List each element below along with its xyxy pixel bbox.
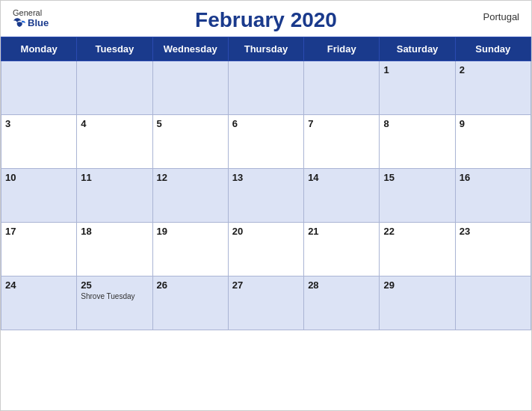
calendar-cell: 9 xyxy=(455,115,531,169)
calendar-week-row-3: 17181920212223 xyxy=(1,223,531,276)
day-number: 26 xyxy=(157,279,224,291)
calendar-title: February 2020 xyxy=(13,8,519,32)
holiday-label: Shrove Tuesday xyxy=(81,292,148,300)
calendar-cell: 22 xyxy=(380,223,455,276)
calendar-cell: 24 xyxy=(1,276,77,330)
day-number: 29 xyxy=(383,279,451,291)
calendar-body: 1234567891011121314151617181920212223242… xyxy=(1,61,531,330)
day-number: 12 xyxy=(157,172,224,183)
day-number: 8 xyxy=(383,118,451,129)
calendar-container: General Blue February 2020 Portugal Mond… xyxy=(0,0,532,411)
day-number: 11 xyxy=(81,172,148,183)
calendar-cell xyxy=(152,61,228,115)
day-number: 9 xyxy=(460,118,527,129)
day-number: 1 xyxy=(383,64,451,75)
logo-general-text: General xyxy=(13,8,42,17)
calendar-cell: 23 xyxy=(455,223,531,276)
calendar-cell xyxy=(304,61,380,115)
day-number: 22 xyxy=(383,226,451,237)
logo-bird-icon xyxy=(13,17,26,29)
calendar-cell: 26 xyxy=(152,276,228,330)
calendar-cell: 19 xyxy=(152,223,228,276)
day-number: 28 xyxy=(308,279,375,291)
day-number: 14 xyxy=(308,172,375,183)
calendar-cell xyxy=(228,61,303,115)
logo-blue-area: Blue xyxy=(13,17,49,29)
calendar-cell: 28 xyxy=(304,276,380,330)
day-number: 24 xyxy=(5,279,72,291)
calendar-cell: 12 xyxy=(152,169,228,223)
calendar-cell xyxy=(455,276,531,330)
day-number: 7 xyxy=(308,118,375,129)
day-number: 3 xyxy=(5,118,72,129)
header-monday: Monday xyxy=(1,37,77,61)
calendar-cell xyxy=(77,61,152,115)
country-label: Portugal xyxy=(483,11,519,22)
calendar-cell: 13 xyxy=(228,169,303,223)
day-number: 20 xyxy=(232,226,300,237)
day-number: 13 xyxy=(232,172,300,183)
calendar-cell: 25Shrove Tuesday xyxy=(77,276,152,330)
calendar-cell: 27 xyxy=(228,276,303,330)
day-number: 19 xyxy=(157,226,224,237)
header-friday: Friday xyxy=(304,37,380,61)
day-number: 16 xyxy=(460,172,527,183)
calendar-cell: 17 xyxy=(1,223,77,276)
calendar-cell: 8 xyxy=(380,115,455,169)
logo-blue-text: Blue xyxy=(28,18,49,28)
day-number: 2 xyxy=(460,64,527,75)
day-number: 17 xyxy=(5,226,72,237)
calendar-week-row-0: 12 xyxy=(1,61,531,115)
calendar-week-row-2: 10111213141516 xyxy=(1,169,531,223)
calendar-cell: 1 xyxy=(380,61,455,115)
calendar-cell: 10 xyxy=(1,169,77,223)
day-number: 15 xyxy=(383,172,451,183)
calendar-cell: 3 xyxy=(1,115,77,169)
calendar-cell: 16 xyxy=(455,169,531,223)
calendar-cell: 20 xyxy=(228,223,303,276)
header-sunday: Sunday xyxy=(455,37,531,61)
day-number: 25 xyxy=(81,279,148,291)
weekday-header-row: Monday Tuesday Wednesday Thursday Friday… xyxy=(1,37,531,61)
calendar-header: General Blue February 2020 Portugal xyxy=(1,1,531,37)
calendar-table: Monday Tuesday Wednesday Thursday Friday… xyxy=(1,37,531,330)
day-number: 18 xyxy=(81,226,148,237)
header-wednesday: Wednesday xyxy=(152,37,228,61)
calendar-week-row-1: 3456789 xyxy=(1,115,531,169)
calendar-cell: 4 xyxy=(77,115,152,169)
calendar-cell: 6 xyxy=(228,115,303,169)
calendar-cell: 29 xyxy=(380,276,455,330)
calendar-cell: 15 xyxy=(380,169,455,223)
calendar-cell: 21 xyxy=(304,223,380,276)
day-number: 27 xyxy=(232,279,300,291)
day-number: 5 xyxy=(157,118,224,129)
day-number: 6 xyxy=(232,118,300,129)
calendar-cell xyxy=(1,61,77,115)
day-number: 10 xyxy=(5,172,72,183)
calendar-cell: 2 xyxy=(455,61,531,115)
header-saturday: Saturday xyxy=(380,37,455,61)
logo-area: General Blue xyxy=(13,8,49,29)
calendar-week-row-4: 2425Shrove Tuesday26272829 xyxy=(1,276,531,330)
calendar-cell: 5 xyxy=(152,115,228,169)
calendar-cell: 14 xyxy=(304,169,380,223)
day-number: 4 xyxy=(81,118,148,129)
calendar-cell: 18 xyxy=(77,223,152,276)
header-tuesday: Tuesday xyxy=(77,37,152,61)
day-number: 23 xyxy=(460,226,527,237)
header-thursday: Thursday xyxy=(228,37,303,61)
calendar-cell: 7 xyxy=(304,115,380,169)
day-number: 21 xyxy=(308,226,375,237)
calendar-cell: 11 xyxy=(77,169,152,223)
